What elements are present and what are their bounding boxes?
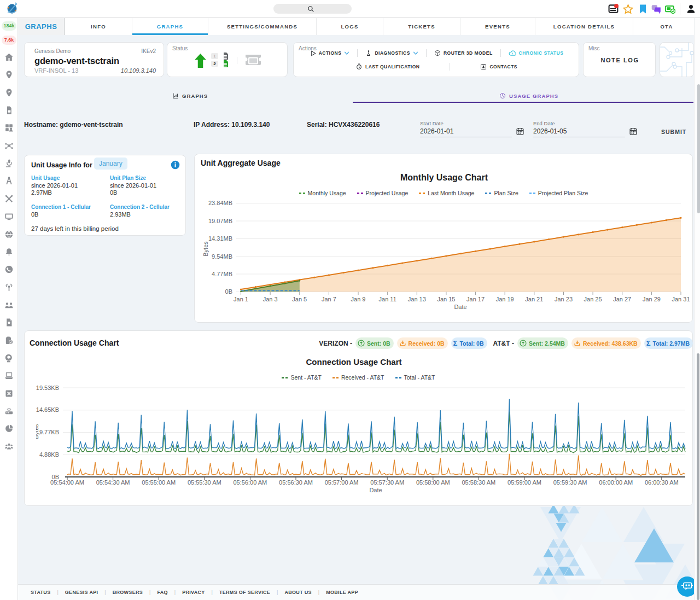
svg-text:Jan 19: Jan 19 [496,296,514,302]
svg-text:Jan 13: Jan 13 [408,296,426,302]
svg-text:Bytes: Bytes [202,241,209,257]
svg-text:19.07MB: 19.07MB [208,218,232,224]
svg-text:23.84MB: 23.84MB [208,200,232,206]
svg-text:Monthly Usage Chart: Monthly Usage Chart [400,173,488,182]
svg-text:Jan 7: Jan 7 [322,296,336,302]
svg-text:9.54MB: 9.54MB [212,253,232,260]
svg-text:Jan 11: Jan 11 [379,296,396,302]
svg-text:Jan 23: Jan 23 [555,296,573,302]
svg-text:14.31MB: 14.31MB [208,235,232,242]
svg-text:19.53KB: 19.53KB [36,385,59,391]
svg-text:Jan 17: Jan 17 [466,296,485,302]
svg-text:0B: 0B [225,288,232,295]
svg-text:Jan 5: Jan 5 [292,296,307,302]
svg-text:Bytes: Bytes [36,424,39,439]
svg-text:Date: Date [369,487,382,493]
svg-text:Date: Date [454,304,466,310]
svg-text:Jan 27: Jan 27 [613,296,631,302]
svg-text:14.65KB: 14.65KB [36,406,59,413]
svg-text:Jan 3: Jan 3 [263,296,278,302]
svg-text:Jan 25: Jan 25 [584,296,602,302]
svg-text:Jan 29: Jan 29 [643,296,661,302]
svg-text:4.88KB: 4.88KB [39,451,59,458]
svg-text:4.77MB: 4.77MB [212,271,232,277]
svg-text:Jan 9: Jan 9 [351,296,366,302]
svg-text:Jan 15: Jan 15 [437,296,455,302]
svg-text:Jan 31: Jan 31 [672,296,690,302]
svg-text:9.77KB: 9.77KB [39,429,59,435]
svg-text:Jan 1: Jan 1 [234,296,248,302]
svg-text:Jan 21: Jan 21 [525,296,543,302]
svg-text:Connection Usage Chart: Connection Usage Chart [306,357,401,366]
